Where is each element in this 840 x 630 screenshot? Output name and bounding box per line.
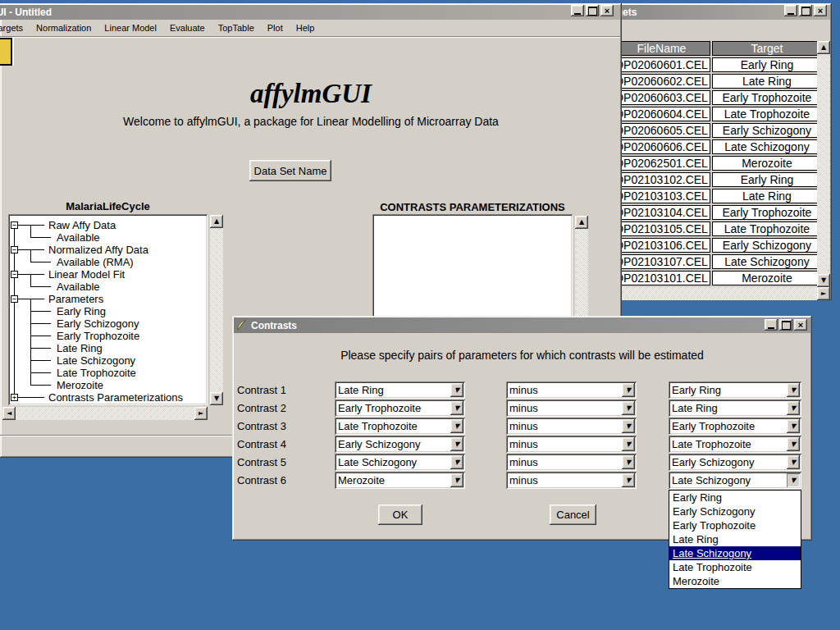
scroll-down-button[interactable]: ▼ <box>210 392 223 405</box>
cell-target[interactable]: Merozoite <box>712 271 822 285</box>
minimize-button[interactable] <box>784 5 797 16</box>
chevron-down-icon[interactable]: ▼ <box>787 383 800 397</box>
cell-target[interactable]: Early Schizogony <box>712 123 822 138</box>
cancel-button[interactable]: Cancel <box>550 504 596 525</box>
tree-collapse-toggle[interactable]: − <box>11 221 18 229</box>
list-option[interactable]: Early Schizogony <box>669 504 801 518</box>
cell-target[interactable]: Early Trophozoite <box>712 205 822 220</box>
chevron-down-icon[interactable]: ▼ <box>622 437 635 451</box>
cell-filename[interactable]: DP02103101.CEL <box>619 271 710 285</box>
contrast-2-operator-select[interactable]: minus ▼ <box>506 399 637 417</box>
cell-filename[interactable]: DP02103103.CEL <box>619 189 710 203</box>
contrast-5-left-select[interactable]: Late Schizogony ▼ <box>335 454 465 471</box>
cell-filename[interactable]: DP02103106.CEL <box>619 238 710 253</box>
contrast-1-left-select[interactable]: Late Ring ▼ <box>335 381 465 399</box>
cell-filename[interactable]: DP02060603.CEL <box>619 90 710 105</box>
list-option[interactable]: Late Trophozoite <box>669 560 801 574</box>
tree-item[interactable]: Contrasts Parameterizations <box>47 391 185 404</box>
contrast-6-right-select[interactable]: Late Schizogony ▼ <box>669 472 801 489</box>
tree-item[interactable]: Normalized Affy Data <box>47 244 150 256</box>
contrast-5-right-select[interactable]: Early Schizogony ▼ <box>669 454 801 471</box>
contrast-4-left-select[interactable]: Early Schizogony ▼ <box>335 436 465 453</box>
menu-toptable[interactable]: TopTable <box>218 23 254 33</box>
scroll-up-button[interactable]: ▲ <box>817 41 830 54</box>
chevron-down-icon[interactable]: ▼ <box>450 437 463 451</box>
cell-target[interactable]: Merozoite <box>712 156 822 171</box>
main-titlebar[interactable]: affylmGUI - Untitled <box>0 5 620 20</box>
list-option[interactable]: Early Ring <box>669 491 801 504</box>
scroll-up-button[interactable]: ▲ <box>575 216 588 229</box>
maximize-button[interactable] <box>586 5 599 16</box>
minimize-button[interactable] <box>571 5 584 16</box>
tree-item[interactable]: Early Trophozoite <box>55 330 141 342</box>
cell-filename[interactable]: DP02062501.CEL <box>619 156 710 171</box>
chevron-down-icon[interactable]: ▼ <box>787 401 800 415</box>
ok-button[interactable]: OK <box>378 504 422 525</box>
cell-target[interactable]: Late Schizogony <box>712 139 822 154</box>
tree-vertical-scrollbar[interactable]: ▲ ▼ <box>210 215 223 405</box>
list-option[interactable]: Late Ring <box>669 532 801 546</box>
chevron-down-icon[interactable]: ▼ <box>787 419 800 433</box>
chevron-down-icon[interactable]: ▼ <box>450 419 463 433</box>
contrast-1-operator-select[interactable]: minus ▼ <box>506 381 637 399</box>
cell-filename[interactable]: DP02060605.CEL <box>619 123 710 138</box>
chevron-down-icon[interactable]: ▼ <box>622 401 635 415</box>
chevron-down-icon[interactable]: ▼ <box>450 383 463 397</box>
chevron-down-icon[interactable]: ▼ <box>787 437 800 451</box>
menu-normalization[interactable]: Normalization <box>36 23 91 33</box>
maximize-button[interactable] <box>779 319 792 331</box>
cell-filename[interactable]: DP02060602.CEL <box>619 74 710 89</box>
close-button[interactable]: × <box>600 5 614 16</box>
cell-target[interactable]: Late Schizogony <box>712 254 822 269</box>
cell-target[interactable]: Late Ring <box>712 74 822 89</box>
contrast-3-right-select[interactable]: Early Trophozoite ▼ <box>669 418 801 435</box>
column-header-filename[interactable]: FileName <box>619 41 710 56</box>
contrast-1-right-select[interactable]: Early Ring ▼ <box>669 381 801 399</box>
contrast-4-right-select[interactable]: Late Trophozoite ▼ <box>669 436 801 453</box>
cell-target[interactable]: Early Trophozoite <box>712 90 822 105</box>
list-option[interactable]: Merozoite <box>669 574 801 588</box>
chevron-down-icon[interactable]: ▼ <box>450 473 463 487</box>
tree-item[interactable]: Available <box>55 231 102 244</box>
column-header-target[interactable]: Target <box>712 41 822 56</box>
contrast-3-left-select[interactable]: Late Trophozoite ▼ <box>335 418 465 435</box>
tree-collapse-toggle[interactable]: − <box>11 295 18 303</box>
tree-item[interactable]: Late Trophozoite <box>55 367 138 379</box>
contrast-2-left-select[interactable]: Early Trophozoite ▼ <box>335 399 465 417</box>
cell-filename[interactable]: DP02103105.CEL <box>619 221 710 236</box>
menu-help[interactable]: Help <box>296 23 315 33</box>
cell-target[interactable]: Early Ring <box>712 172 822 187</box>
chevron-down-icon[interactable]: ▼ <box>622 455 635 469</box>
contrast-5-operator-select[interactable]: minus ▼ <box>506 454 637 471</box>
chevron-down-icon[interactable]: ▼ <box>787 473 800 487</box>
scroll-left-button[interactable]: ◄ <box>2 407 16 420</box>
cell-target[interactable]: Late Ring <box>712 189 822 203</box>
menu-linear-model[interactable]: Linear Model <box>104 23 157 33</box>
close-button[interactable]: × <box>794 319 807 331</box>
list-option[interactable]: Early Trophozoite <box>669 518 801 532</box>
tree-item[interactable]: Available (RMA) <box>55 256 135 268</box>
contrast-4-operator-select[interactable]: minus ▼ <box>506 436 637 453</box>
contrast-6-left-select[interactable]: Merozoite ▼ <box>335 472 465 489</box>
menu-targets[interactable]: Targets <box>0 23 23 33</box>
contrasts-vertical-scrollbar[interactable]: ▲ <box>575 216 588 320</box>
tree-item[interactable]: Available <box>55 281 102 293</box>
maximize-button[interactable] <box>799 5 812 16</box>
tree-item[interactable]: Raw Affy Data <box>47 219 117 231</box>
close-button[interactable]: × <box>814 5 827 16</box>
tree-item[interactable]: Early Ring <box>55 305 107 317</box>
tree-collapse-toggle[interactable]: − <box>11 246 18 253</box>
contrast-3-operator-select[interactable]: minus ▼ <box>506 418 637 435</box>
tree-collapse-toggle[interactable]: − <box>11 271 18 278</box>
cell-filename[interactable]: DP02060601.CEL <box>619 57 710 72</box>
scroll-down-button[interactable]: ▼ <box>817 274 830 287</box>
chevron-down-icon[interactable]: ▼ <box>450 401 463 415</box>
tree-item[interactable]: Merozoite <box>55 379 105 391</box>
chevron-down-icon[interactable]: ▼ <box>622 383 635 397</box>
minimize-button[interactable] <box>765 319 778 331</box>
chevron-down-icon[interactable]: ▼ <box>450 455 463 469</box>
contrast-2-right-select[interactable]: Late Ring ▼ <box>669 399 801 417</box>
scroll-right-button[interactable]: ► <box>817 287 830 300</box>
cell-filename[interactable]: DP02060604.CEL <box>619 107 710 121</box>
dialog-titlebar[interactable]: Contrasts <box>234 317 810 333</box>
